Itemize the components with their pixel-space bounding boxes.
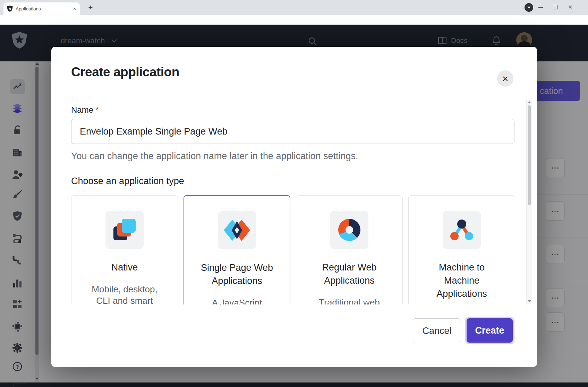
browser-update-indicator[interactable] [525, 3, 533, 12]
window-minimize-button[interactable] [538, 7, 543, 8]
card-title: Single Page Web Applications [184, 261, 290, 287]
card-title-line: Single Page Web [184, 261, 290, 274]
card-title-line: Machine [409, 274, 515, 287]
scroll-down-icon[interactable] [528, 300, 531, 302]
card-title: Regular Web Applications [296, 261, 402, 287]
screenshot-root: { "browser": { "tab": {"title": "Applica… [0, 0, 588, 387]
card-description: Traditional web [296, 297, 402, 304]
chevron-down-icon [527, 7, 531, 9]
card-description: Mobile, desktop, CLI and smart [71, 284, 178, 304]
browser-titlebar: Applications × + × [0, 0, 588, 15]
card-regular-web[interactable]: Regular Web Applications Traditional web [296, 195, 403, 304]
name-helper-text: You can change the application name late… [71, 151, 358, 162]
card-title-line: Native [71, 261, 178, 274]
card-desc-line: Traditional web [296, 297, 402, 304]
native-icon [105, 211, 144, 249]
regular-web-app-icon [330, 211, 368, 249]
name-label-text: Name [71, 105, 93, 114]
tab-close-icon[interactable]: × [73, 6, 76, 12]
cancel-button[interactable]: Cancel [413, 318, 461, 343]
card-title-line: Applications [409, 287, 515, 300]
create-application-modal: Create application × Name * You can chan… [51, 47, 537, 367]
application-type-cards: Native Mobile, desktop, CLI and smart Si… [71, 195, 515, 304]
machine-to-machine-icon [443, 211, 481, 249]
modal-title: Create application [71, 65, 179, 79]
application-type-label: Choose an application type [71, 176, 184, 187]
card-single-page-web[interactable]: Single Page Web Applications A JavaScrip… [184, 195, 290, 304]
new-tab-button[interactable]: + [86, 3, 95, 12]
card-title: Native [71, 261, 178, 274]
tab-title: Applications [16, 6, 73, 11]
card-machine-to-machine[interactable]: Machine to Machine Applications [408, 195, 515, 304]
modal-scroll-thumb[interactable] [528, 105, 531, 205]
create-button[interactable]: Create [467, 318, 513, 343]
modal-body: Name * You can change the application na… [51, 99, 531, 304]
modal-scrollbar[interactable] [526, 100, 532, 304]
required-asterisk: * [96, 105, 99, 114]
window-maximize-button[interactable] [553, 5, 557, 9]
browser-tab[interactable]: Applications × [3, 2, 80, 15]
auth0-favicon-icon [7, 6, 13, 12]
browser-toolbar: manage.auth0.com/dashboard/eu/dream-watc… [0, 15, 588, 25]
card-title: Machine to Machine Applications [409, 261, 515, 300]
card-desc-line: A JavaScript [184, 297, 290, 304]
name-field-label: Name * [71, 105, 99, 115]
card-title-line: Machine to [409, 261, 515, 274]
modal-close-button[interactable]: × [497, 70, 513, 87]
single-page-app-icon [218, 211, 256, 249]
card-title-line: Applications [184, 274, 290, 287]
card-desc-line: Mobile, desktop, [71, 284, 178, 295]
card-description: A JavaScript [184, 297, 290, 304]
card-title-line: Applications [296, 274, 402, 287]
scroll-up-icon[interactable] [528, 101, 531, 103]
window-close-button[interactable]: × [568, 3, 572, 11]
application-name-input[interactable] [71, 119, 514, 144]
card-native[interactable]: Native Mobile, desktop, CLI and smart [71, 195, 178, 304]
card-title-line: Regular Web [296, 261, 402, 274]
card-desc-line: CLI and smart [71, 295, 178, 304]
